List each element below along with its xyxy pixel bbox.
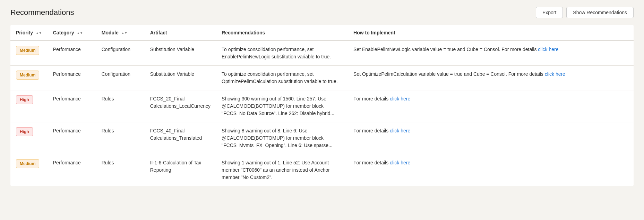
export-button[interactable]: Export: [536, 7, 563, 18]
cell-priority: Medium: [10, 154, 48, 186]
cell-category: Performance: [48, 154, 96, 186]
col-header-artifact: Artifact: [145, 25, 216, 41]
cell-module: Rules: [96, 122, 145, 154]
cell-module: Configuration: [96, 66, 145, 90]
cell-recommendations: To optimize consolidation performance, s…: [216, 66, 348, 90]
cell-implement: For more details click here: [348, 154, 634, 186]
table-row: MediumPerformanceConfigurationSubstituti…: [10, 41, 634, 66]
cell-recommendations: Showing 8 warning out of 8. Line 6: Use …: [216, 122, 348, 154]
cell-artifact: Substitution Variable: [145, 66, 216, 90]
implement-link[interactable]: click here: [390, 96, 410, 101]
priority-badge: Medium: [16, 71, 39, 80]
cell-implement: Set OptimizePelimCalculation variable va…: [348, 66, 634, 90]
show-recommendations-button[interactable]: Show Recommendations: [566, 7, 634, 18]
cell-recommendations: To optimize consolidation performance, s…: [216, 41, 348, 66]
cell-recommendations: Showing 1 warning out of 1. Line 52: Use…: [216, 154, 348, 186]
sort-arrows-priority: ▲▼: [36, 32, 42, 35]
cell-implement: For more details click here: [348, 90, 634, 122]
table-body: MediumPerformanceConfigurationSubstituti…: [10, 41, 634, 186]
implement-link[interactable]: click here: [390, 128, 410, 133]
sort-arrows-module: ▲▼: [121, 32, 128, 35]
priority-badge: Medium: [16, 159, 39, 168]
cell-artifact: II-1-6-Calculation of Tax Reporting: [145, 154, 216, 186]
col-header-priority[interactable]: Priority ▲▼: [10, 25, 48, 41]
priority-badge: High: [16, 127, 33, 136]
col-header-module[interactable]: Module ▲▼: [96, 25, 145, 41]
cell-priority: Medium: [10, 41, 48, 66]
cell-priority: High: [10, 90, 48, 122]
col-header-recommendations: Recommendations: [216, 25, 348, 41]
cell-category: Performance: [48, 41, 96, 66]
col-header-category[interactable]: Category ▲▼: [48, 25, 96, 41]
cell-module: Rules: [96, 154, 145, 186]
implement-link[interactable]: click here: [538, 47, 558, 52]
cell-priority: Medium: [10, 66, 48, 90]
recommendations-table-wrapper: Priority ▲▼ Category ▲▼ Module ▲▼ Artifa…: [10, 25, 634, 186]
table-header-row: Priority ▲▼ Category ▲▼ Module ▲▼ Artifa…: [10, 25, 634, 41]
cell-module: Rules: [96, 90, 145, 122]
header-actions: Export Show Recommendations: [536, 7, 634, 18]
priority-badge: High: [16, 95, 33, 104]
sort-arrows-category: ▲▼: [77, 32, 83, 35]
table-row: MediumPerformanceConfigurationSubstituti…: [10, 66, 634, 90]
recommendations-table: Priority ▲▼ Category ▲▼ Module ▲▼ Artifa…: [10, 25, 634, 186]
cell-implement: For more details click here: [348, 122, 634, 154]
col-header-implement: How to Implement: [348, 25, 634, 41]
cell-category: Performance: [48, 122, 96, 154]
cell-priority: High: [10, 122, 48, 154]
cell-artifact: FCCS_40_Final Calculations_Translated: [145, 122, 216, 154]
cell-artifact: FCCS_20_Final Calculations_LocalCurrency: [145, 90, 216, 122]
cell-module: Configuration: [96, 41, 145, 66]
header-row: Recommendations Export Show Recommendati…: [10, 7, 634, 18]
implement-link[interactable]: click here: [545, 71, 565, 77]
table-row: HighPerformanceRulesFCCS_20_Final Calcul…: [10, 90, 634, 122]
cell-category: Performance: [48, 90, 96, 122]
page-container: Recommendations Export Show Recommendati…: [0, 0, 644, 220]
page-title: Recommendations: [10, 8, 74, 17]
implement-link[interactable]: click here: [390, 160, 410, 165]
cell-recommendations: Showing 300 warning out of 1560. Line 25…: [216, 90, 348, 122]
table-row: HighPerformanceRulesFCCS_40_Final Calcul…: [10, 122, 634, 154]
table-row: MediumPerformanceRulesII-1-6-Calculation…: [10, 154, 634, 186]
cell-category: Performance: [48, 66, 96, 90]
priority-badge: Medium: [16, 46, 39, 55]
cell-implement: Set EnablePelimNewLogic variable value =…: [348, 41, 634, 66]
cell-artifact: Substitution Variable: [145, 41, 216, 66]
